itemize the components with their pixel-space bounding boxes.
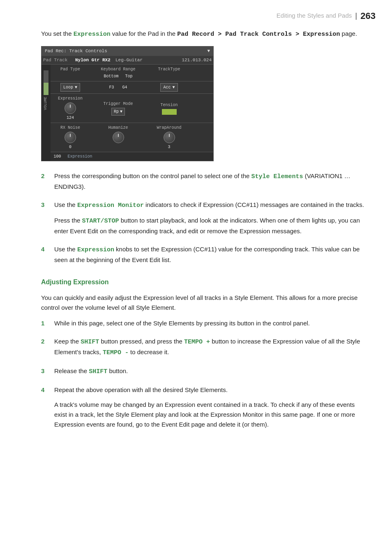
section-list-number-1: 1 (41, 319, 48, 328)
list-content-4: Use the Expression knobs to set the Expr… (54, 244, 367, 265)
section-list-content-2: Keep the SHIFT button pressed, and press… (54, 337, 367, 358)
section-list-content-1: While in this page, select one of the St… (54, 318, 367, 328)
term-start-stop: START/STOP (82, 218, 119, 225)
page-number: 263 (360, 9, 376, 23)
widget-f3: F3 (109, 84, 114, 91)
widget-cell-tracktype-label: TrackType (149, 66, 190, 79)
main-content: You set the Expression value for the Pad… (41, 29, 367, 429)
widget-tension-cell: Tension (149, 102, 190, 115)
widget-title-bar: Pad Rec: Track Controls ▼ (42, 46, 213, 56)
widget-col-leg: Leg-Guitar (115, 57, 148, 64)
list-content-3: Use the Expression Monitor indicators to… (54, 200, 367, 236)
widget-row3: Expression 124 Trigger Mode Rp ▼ (51, 94, 214, 123)
widget-vol-value: 100 (54, 153, 61, 160)
term-expression: Expression (74, 31, 111, 38)
page-header: Editing the Styles and Pads | 263 (277, 9, 376, 23)
section-list-item-3: 3 Release the SHIFT button. (41, 366, 367, 377)
volume-label: VOLUME (43, 97, 49, 110)
widget-humanize-knob[interactable] (113, 132, 124, 143)
widget-wraparound-knob[interactable] (164, 132, 175, 143)
widget-expression-knob[interactable] (65, 102, 76, 114)
list-number-2: 2 (41, 172, 48, 181)
widget-wraparound-value: 3 (168, 144, 170, 150)
widget-row4: RX Noise 0 Humanize WrapAround (51, 123, 214, 152)
term-shift-2: SHIFT (81, 339, 99, 346)
widget-loop-cell: Loop ▼ (53, 83, 88, 92)
section-list-number-3: 3 (41, 367, 48, 376)
widget-expression-cell: Expression 124 (53, 95, 88, 121)
widget-title: Pad Rec: Track Controls (45, 48, 107, 55)
term-tempo-plus: TEMPO + (184, 339, 210, 346)
list-content-2: Press the corresponding button on the co… (54, 171, 367, 192)
term-expression-4: Expression (77, 246, 114, 253)
widget-bottom-bar: 100 Expression (51, 152, 214, 161)
widget-wraparound-cell: WrapAround 3 (149, 125, 190, 150)
widget-col-pad-track: Pad Track (43, 57, 72, 64)
widget-main: Pad Type Keyboard Range Bottom Top Track… (51, 65, 214, 161)
widget-expression-value: 124 (67, 115, 74, 121)
widget-loop-dropdown[interactable]: Loop ▼ (60, 83, 80, 92)
term-expression-monitor: Expression Monitor (77, 202, 144, 209)
widget-col-num: 121.013.024 (152, 57, 212, 64)
list-number-4: 4 (41, 245, 48, 254)
widget-tension-rect (162, 109, 177, 115)
list-item-2: 2 Press the corresponding button on the … (41, 171, 367, 192)
widget-g4: G4 (122, 84, 127, 91)
closing-para: A track's volume may be changed by an Ex… (54, 400, 367, 429)
term-style-elements-2: Style Elements (251, 173, 303, 180)
intro-paragraph: You set the Expression value for the Pad… (41, 29, 367, 39)
term-path: Pad Record > Pad Track Controls > Expres… (177, 31, 340, 38)
widget-rxnoise-knob[interactable] (65, 132, 76, 143)
section-intro-para: You can quickly and easily adjust the Ex… (41, 293, 367, 313)
widget-row1: Pad Type Keyboard Range Bottom Top Track… (51, 65, 214, 81)
header-divider: | (355, 10, 357, 21)
section-list-number-4: 4 (41, 385, 48, 395)
widget-cell-kbrange-label: Keyboard Range Bottom Top (90, 66, 147, 79)
widget-row2: Loop ▼ F3 G4 Acc (51, 81, 214, 94)
section-list-content-4: Repeat the above operation with all the … (54, 385, 367, 429)
widget-humanize-value (117, 144, 119, 150)
section-list-item-4: 4 Repeat the above operation with all th… (41, 385, 367, 429)
pad-rec-track-controls-widget: Pad Rec: Track Controls ▼ Pad Track Nylo… (41, 46, 214, 161)
widget-screenshot: Pad Rec: Track Controls ▼ Pad Track Nylo… (41, 46, 367, 161)
widget-bottom-label: Bottom (104, 73, 118, 79)
widget-acc-cell: Acc ▼ (149, 83, 190, 92)
widget-rp-dropdown[interactable]: Rp ▼ (111, 108, 125, 116)
widget-arrow: ▼ (207, 48, 210, 55)
term-tempo-minus: TEMPO - (103, 349, 129, 356)
widget-col-name: Nylon Gtr RX2 (75, 57, 112, 64)
section-heading-adjusting: Adjusting Expression (41, 277, 367, 287)
list-item-4: 4 Use the Expression knobs to set the Ex… (41, 244, 367, 265)
widget-left-strip: VOLUME (42, 65, 51, 161)
page-title: Editing the Styles and Pads (277, 11, 352, 21)
section-list-content-3: Release the SHIFT button. (54, 366, 367, 377)
widget-humanize-cell: Humanize (90, 125, 147, 150)
widget-acc-dropdown[interactable]: Acc ▼ (160, 83, 178, 92)
list-item-3: 3 Use the Expression Monitor indicators … (41, 200, 367, 236)
widget-body-outer: VOLUME Pad Type Keyboard Range Bottom (42, 65, 213, 161)
widget-header-row: Pad Track Nylon Gtr RX2 Leg-Guitar 121.0… (42, 56, 213, 65)
section-list-number-2: 2 (41, 337, 48, 346)
widget-cell-padtype-label: Pad Type (53, 66, 88, 79)
section-list-item-1: 1 While in this page, select one of the … (41, 318, 367, 328)
widget-kbrange-values: F3 G4 (90, 84, 147, 91)
term-shift-3: SHIFT (89, 368, 107, 375)
widget-rxnoise-cell: RX Noise 0 (53, 125, 88, 150)
widget-trigger-cell: Trigger Mode Rp ▼ (90, 101, 147, 116)
list-number-3: 3 (41, 200, 48, 210)
widget-rxnoise-value: 0 (69, 144, 71, 150)
section-list-item-2: 2 Keep the SHIFT button pressed, and pre… (41, 337, 367, 358)
widget-expr-bottom-label: Expression (68, 153, 92, 160)
widget-top-label: Top (125, 73, 133, 79)
